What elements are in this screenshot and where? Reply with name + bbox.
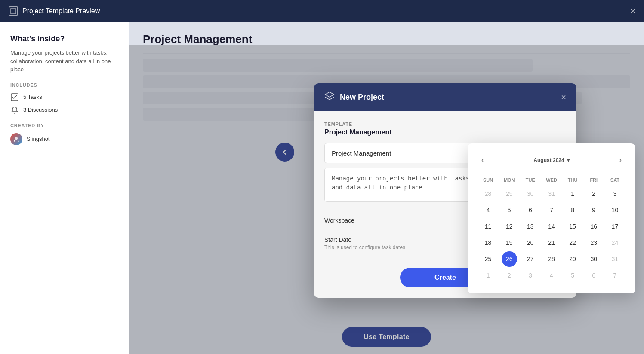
cal-day[interactable]: 29 (565, 251, 580, 267)
window-icon (9, 6, 18, 16)
cal-day[interactable]: 5 (565, 268, 580, 283)
title-bar-close-button[interactable]: × (630, 7, 635, 15)
cal-day[interactable]: 20 (523, 235, 538, 250)
cal-day[interactable]: 13 (523, 219, 538, 234)
tasks-label: 5 Tasks (23, 94, 42, 100)
created-by-section: CREATED BY Slingshot (10, 123, 119, 145)
cal-day[interactable]: 6 (586, 268, 601, 283)
main-preview: Project Management Use Template (129, 22, 644, 354)
calendar-month-title[interactable]: August 2024 ▾ (533, 157, 569, 163)
cal-day[interactable]: 16 (586, 219, 601, 234)
includes-label: INCLUDES (10, 82, 119, 88)
cal-day[interactable]: 2 (502, 268, 517, 283)
start-date-left: Start Date This is used to configure tas… (324, 236, 405, 250)
cal-day[interactable]: 1 (565, 186, 580, 201)
day-header-sat: SAT (605, 175, 625, 185)
cal-day[interactable]: 7 (607, 268, 622, 283)
sidebar-item-tasks: 5 Tasks (10, 93, 119, 101)
checkbox-icon (10, 93, 19, 101)
day-header-fri: FRI (584, 175, 604, 185)
cal-day[interactable]: 28 (544, 251, 559, 267)
cal-day[interactable]: 17 (607, 219, 622, 234)
main-window: Project Template Preview × What's inside… (0, 0, 644, 354)
title-bar-left: Project Template Preview (9, 6, 100, 16)
layers-icon (324, 91, 335, 104)
cal-day[interactable]: 1 (481, 268, 496, 283)
cal-day[interactable]: 12 (502, 219, 517, 234)
modal-header-left: New Project (324, 91, 384, 104)
start-date-label: Start Date (324, 236, 405, 243)
svg-point-2 (15, 137, 18, 140)
cal-day[interactable]: 23 (586, 235, 601, 250)
day-header-wed: WED (541, 175, 561, 185)
cal-day[interactable]: 24 (607, 235, 622, 250)
month-year-label: August 2024 (533, 157, 564, 163)
modal-title: New Project (340, 93, 384, 102)
title-bar: Project Template Preview × (0, 0, 644, 22)
cal-day[interactable]: 29 (502, 186, 517, 201)
cal-day[interactable]: 6 (523, 202, 538, 218)
day-header-thu: THU (563, 175, 583, 185)
sidebar-item-discussions: 3 Discussions (10, 106, 119, 114)
cal-day[interactable]: 5 (502, 202, 517, 218)
workspace-label: Workspace (324, 217, 354, 224)
cal-day[interactable]: 8 (565, 202, 580, 218)
cal-day[interactable]: 30 (523, 186, 538, 201)
cal-day[interactable]: 25 (481, 251, 496, 267)
cal-day[interactable]: 4 (481, 202, 496, 218)
cal-day-today[interactable]: 26 (502, 251, 517, 267)
discussions-label: 3 Discussions (23, 107, 58, 113)
cal-day[interactable]: 21 (544, 235, 559, 250)
title-bar-title: Project Template Preview (22, 7, 100, 15)
template-name: Project Management (324, 128, 566, 136)
day-header-mon: MON (499, 175, 519, 185)
cal-day[interactable]: 14 (544, 219, 559, 234)
sidebar: What's inside? Manage your projects bett… (0, 22, 129, 354)
cal-day[interactable]: 10 (607, 202, 622, 218)
created-by-label: CREATED BY (10, 123, 119, 128)
modal-header: New Project × (314, 83, 576, 111)
cal-day[interactable]: 31 (607, 251, 622, 267)
sidebar-heading: What's inside? (10, 34, 119, 43)
creator-item: Slingshot (10, 133, 119, 145)
cal-day[interactable]: 22 (565, 235, 580, 250)
cal-day[interactable]: 30 (586, 251, 601, 267)
svg-rect-0 (11, 9, 16, 14)
cal-day[interactable]: 4 (544, 268, 559, 283)
calendar-header: ‹ August 2024 ▾ › (478, 154, 625, 166)
cal-day[interactable]: 28 (481, 186, 496, 201)
day-header-sun: SUN (478, 175, 498, 185)
cal-day[interactable]: 19 (502, 235, 517, 250)
calendar-grid: SUN MON TUE WED THU FRI SAT 28 29 30 31 … (478, 175, 625, 283)
calendar-dropdown-icon: ▾ (567, 157, 570, 163)
creator-logo (10, 133, 22, 145)
cal-day[interactable]: 2 (586, 186, 601, 201)
cal-day[interactable]: 3 (607, 186, 622, 201)
modal-close-button[interactable]: × (561, 92, 566, 102)
content-area: What's inside? Manage your projects bett… (0, 22, 644, 354)
modal-overlay: New Project × TEMPLATE Project Managemen… (129, 45, 644, 354)
cal-day[interactable]: 7 (544, 202, 559, 218)
calendar-prev-button[interactable]: ‹ (478, 154, 487, 166)
cal-day[interactable]: 27 (523, 251, 538, 267)
sidebar-description: Manage your projects better with tasks, … (10, 49, 119, 74)
cal-day[interactable]: 18 (481, 235, 496, 250)
cal-day[interactable]: 9 (586, 202, 601, 218)
cal-day[interactable]: 15 (565, 219, 580, 234)
cal-day[interactable]: 11 (481, 219, 496, 234)
svg-marker-3 (325, 92, 334, 97)
cal-day[interactable]: 3 (523, 268, 538, 283)
template-label: TEMPLATE (324, 122, 566, 127)
calendar-next-button[interactable]: › (616, 154, 625, 166)
preview-title: Project Management (143, 33, 630, 46)
day-header-tue: TUE (520, 175, 540, 185)
calendar-popup: ‹ August 2024 ▾ › SUN MON TUE WED THU (468, 143, 635, 293)
creator-name: Slingshot (27, 136, 49, 142)
cal-day[interactable]: 31 (544, 186, 559, 201)
start-date-hint: This is used to configure task dates (324, 244, 405, 250)
bell-icon (10, 106, 19, 114)
